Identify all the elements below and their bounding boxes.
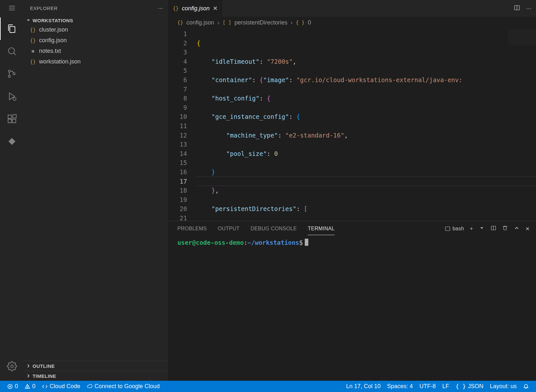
file-label: config.json bbox=[39, 37, 67, 44]
json-file-icon: {} bbox=[29, 27, 36, 33]
file-item-config-json[interactable]: {} config.json bbox=[24, 35, 168, 46]
explorer-sidebar: EXPLORER ⋯ WORKSTATIONS {} cluster.json … bbox=[24, 0, 168, 381]
breadcrumb-path1[interactable]: persistentDirectories bbox=[234, 19, 287, 26]
split-terminal-icon[interactable] bbox=[491, 225, 496, 232]
array-icon: [ ] bbox=[223, 20, 231, 25]
panel-tabs: PROBLEMS OUTPUT DEBUG CONSOLE TERMINAL b… bbox=[168, 221, 536, 236]
svg-line-4 bbox=[14, 53, 16, 55]
cloud-code-activity-icon[interactable] bbox=[0, 130, 24, 153]
json-file-icon: {} bbox=[29, 38, 36, 43]
bottom-panel: PROBLEMS OUTPUT DEBUG CONSOLE TERMINAL b… bbox=[168, 221, 536, 381]
tab-label: config.json bbox=[182, 5, 210, 12]
svg-point-5 bbox=[8, 70, 10, 72]
chevron-right-icon: › bbox=[217, 19, 219, 26]
terminal-cursor bbox=[305, 239, 308, 246]
braces-icon: { } bbox=[455, 383, 466, 390]
file-item-cluster-json[interactable]: {} cluster.json bbox=[24, 24, 168, 35]
chevron-right-icon bbox=[25, 363, 31, 369]
tab-config-json[interactable]: {} config.json ✕ bbox=[168, 0, 223, 17]
error-icon bbox=[7, 384, 13, 389]
split-editor-icon[interactable] bbox=[514, 5, 520, 13]
explorer-activity-icon[interactable] bbox=[0, 17, 24, 40]
minimap[interactable] bbox=[508, 29, 536, 45]
run-debug-activity-icon[interactable] bbox=[0, 85, 24, 108]
close-panel-icon[interactable]: ✕ bbox=[525, 226, 530, 232]
panel-tab-output[interactable]: OUTPUT bbox=[218, 223, 240, 235]
code-editor[interactable]: 123456789101112131415161718192021 { "idl… bbox=[168, 28, 536, 221]
panel-tab-debug-console[interactable]: DEBUG CONSOLE bbox=[251, 223, 297, 235]
code-icon bbox=[42, 384, 48, 389]
status-indentation[interactable]: Spaces: 4 bbox=[385, 383, 415, 390]
json-file-icon: {} bbox=[173, 5, 179, 11]
text-file-icon: ≡ bbox=[29, 48, 36, 54]
status-connect-cloud[interactable]: Connect to Google Cloud bbox=[85, 383, 162, 390]
hamburger-menu-icon[interactable] bbox=[0, 1, 24, 15]
file-label: workstation.json bbox=[39, 58, 81, 65]
more-actions-icon[interactable]: ⋯ bbox=[526, 5, 531, 12]
warning-icon bbox=[25, 384, 30, 389]
terminal-shell-selector[interactable]: bash bbox=[445, 226, 464, 232]
bell-icon bbox=[523, 384, 529, 389]
kill-terminal-icon[interactable] bbox=[502, 225, 508, 232]
terminal-prompt-symbol: $ bbox=[299, 239, 303, 246]
status-encoding[interactable]: UTF-8 bbox=[417, 383, 438, 390]
status-warnings[interactable]: 0 bbox=[23, 383, 37, 390]
new-terminal-icon[interactable]: + bbox=[470, 226, 473, 232]
timeline-label: TIMELINE bbox=[33, 373, 56, 379]
svg-rect-10 bbox=[8, 115, 12, 119]
status-notifications-icon[interactable] bbox=[521, 384, 531, 389]
line-number-gutter: 123456789101112131415161718192021 bbox=[168, 29, 197, 221]
terminal-dropdown-icon[interactable] bbox=[479, 225, 485, 232]
outline-label: OUTLINE bbox=[33, 363, 55, 369]
chevron-down-icon bbox=[25, 17, 31, 23]
object-icon: { } bbox=[296, 20, 304, 25]
panel-tab-terminal[interactable]: TERMINAL bbox=[308, 223, 334, 235]
file-label: notes.txt bbox=[39, 48, 61, 54]
sidebar-more-icon[interactable]: ⋯ bbox=[158, 5, 163, 11]
search-activity-icon[interactable] bbox=[0, 40, 24, 62]
svg-point-18 bbox=[11, 365, 13, 368]
status-language-mode[interactable]: { } JSON bbox=[453, 383, 485, 390]
svg-rect-13 bbox=[13, 115, 16, 118]
json-file-icon: {} bbox=[29, 59, 36, 65]
code-content[interactable]: { "idleTimeout": "7200s", "container": {… bbox=[197, 29, 536, 221]
file-item-notes-txt[interactable]: ≡ notes.txt bbox=[24, 46, 168, 56]
terminal-profile-icon bbox=[445, 226, 451, 232]
breadcrumb[interactable]: {} config.json › [ ] persistentDirectori… bbox=[168, 17, 536, 28]
chevron-right-icon bbox=[25, 373, 31, 379]
json-file-icon: {} bbox=[177, 20, 183, 25]
svg-marker-8 bbox=[9, 93, 15, 100]
terminal-user-host: user@code-oss-demo bbox=[177, 239, 244, 246]
status-keyboard-layout[interactable]: Layout: us bbox=[488, 383, 519, 390]
editor-tabs-bar: {} config.json ✕ ⋯ bbox=[168, 0, 536, 17]
chevron-right-icon: › bbox=[291, 19, 293, 26]
status-eol[interactable]: LF bbox=[440, 383, 451, 390]
cloud-icon bbox=[87, 384, 93, 389]
activity-bar bbox=[0, 0, 24, 381]
status-cursor-position[interactable]: Ln 17, Col 10 bbox=[344, 383, 382, 390]
outline-section[interactable]: OUTLINE bbox=[24, 361, 168, 371]
workspace-folder-header[interactable]: WORKSTATIONS bbox=[24, 16, 168, 24]
terminal-content[interactable]: user@code-oss-demo:~/workstations$ bbox=[168, 236, 536, 381]
svg-point-3 bbox=[8, 48, 15, 54]
timeline-section[interactable]: TIMELINE bbox=[24, 371, 168, 381]
breadcrumb-file[interactable]: config.json bbox=[186, 19, 214, 26]
sidebar-header: EXPLORER ⋯ bbox=[24, 0, 168, 16]
svg-rect-12 bbox=[12, 119, 16, 123]
workspace-folder-name: WORKSTATIONS bbox=[33, 18, 73, 23]
maximize-panel-icon[interactable] bbox=[514, 225, 520, 232]
svg-point-6 bbox=[8, 75, 10, 78]
terminal-shell-label: bash bbox=[452, 226, 464, 232]
svg-point-7 bbox=[13, 73, 15, 75]
status-errors[interactable]: 0 bbox=[5, 383, 20, 390]
settings-gear-icon[interactable] bbox=[0, 355, 24, 378]
status-cloud-code[interactable]: Cloud Code bbox=[40, 383, 82, 390]
breadcrumb-path2[interactable]: 0 bbox=[308, 19, 311, 26]
close-tab-icon[interactable]: ✕ bbox=[213, 5, 218, 12]
extensions-activity-icon[interactable] bbox=[0, 108, 24, 130]
sidebar-title: EXPLORER bbox=[30, 5, 58, 11]
terminal-cwd: ~/workstations bbox=[247, 239, 299, 246]
source-control-activity-icon[interactable] bbox=[0, 62, 24, 85]
file-item-workstation-json[interactable]: {} workstation.json bbox=[24, 56, 168, 67]
panel-tab-problems[interactable]: PROBLEMS bbox=[177, 223, 207, 235]
